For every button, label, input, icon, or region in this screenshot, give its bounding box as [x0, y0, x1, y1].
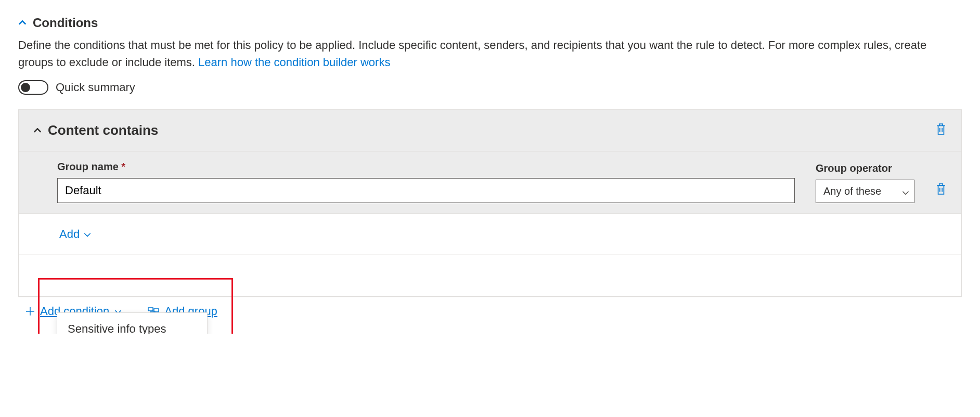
chevron-up-icon[interactable]	[18, 19, 27, 27]
delete-group-button[interactable]	[935, 186, 947, 197]
empty-row	[19, 255, 961, 297]
content-contains-panel: Content contains Group name * Group oper…	[18, 109, 962, 297]
trash-icon	[935, 183, 947, 195]
learn-link[interactable]: Learn how the condition builder works	[198, 56, 390, 69]
quick-summary-label: Quick summary	[56, 81, 135, 94]
svg-rect-8	[154, 309, 159, 312]
delete-panel-button[interactable]	[935, 123, 947, 138]
group-name-label-text: Group name	[57, 161, 119, 172]
description-text: Define the conditions that must be met f…	[18, 39, 926, 69]
group-name-label: Group name *	[57, 161, 795, 173]
required-asterisk: *	[121, 161, 125, 172]
section-description: Define the conditions that must be met f…	[18, 36, 962, 71]
toggle-knob	[21, 83, 30, 92]
chevron-down-icon	[84, 232, 91, 237]
plus-icon	[25, 307, 35, 316]
dropdown-item-sensitive-info-types[interactable]: Sensitive info types	[57, 313, 207, 334]
add-button-label: Add	[59, 228, 80, 241]
add-button[interactable]: Add	[59, 228, 91, 241]
chevron-up-icon[interactable]	[33, 127, 42, 135]
group-name-input[interactable]	[57, 178, 795, 203]
panel-title: Content contains	[48, 122, 158, 138]
section-title: Conditions	[33, 16, 98, 30]
group-operator-label: Group operator	[816, 162, 914, 174]
svg-rect-6	[148, 308, 153, 311]
trash-icon	[935, 123, 947, 135]
group-operator-select[interactable]: Any of these	[816, 180, 914, 203]
add-dropdown-menu: Sensitive info types Sensitivity labels	[57, 312, 208, 334]
quick-summary-toggle[interactable]	[18, 80, 48, 95]
